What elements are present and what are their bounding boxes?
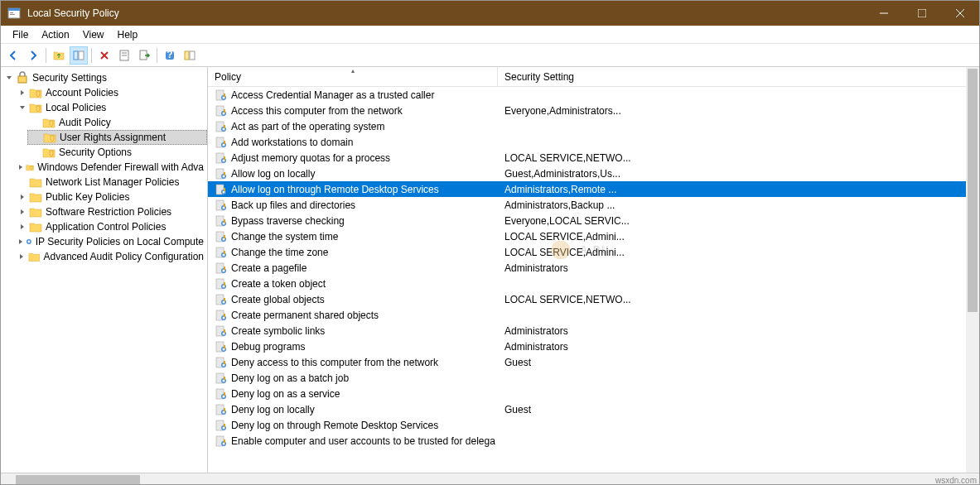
svg-rect-94 — [224, 361, 225, 364]
tree-toggle[interactable] — [17, 192, 27, 202]
list-row[interactable]: Deny log on as a service — [208, 386, 979, 401]
tree-toggle[interactable] — [17, 103, 27, 113]
tree-item[interactable]: Local Policies — [14, 100, 207, 115]
tree-item[interactable]: Software Restriction Policies — [14, 204, 207, 219]
ipsec-icon — [26, 235, 32, 248]
scrollbar-thumb[interactable] — [16, 475, 140, 485]
tree-item[interactable]: Public Key Policies — [14, 190, 207, 204]
list-row[interactable]: Debug programs Administrators — [208, 339, 979, 354]
tree-pane[interactable]: Security Settings Account Policies Local… — [1, 67, 208, 473]
policy-icon — [215, 403, 228, 416]
list-row[interactable]: Create a token object — [208, 276, 979, 291]
security-setting-value: Administrators — [504, 325, 568, 337]
column-header-policy[interactable]: ▴ Policy — [208, 67, 498, 86]
policy-name: Access Credential Manager as a trusted c… — [231, 89, 434, 101]
menu-file[interactable]: File — [6, 27, 35, 42]
scrollbar-thumb[interactable] — [968, 69, 978, 312]
list-row[interactable]: Create a pagefile Administrators — [208, 260, 979, 276]
list-row[interactable]: Change the time zone LOCAL SERVICE,Admin… — [208, 244, 979, 260]
list-row[interactable]: Allow log on through Remote Desktop Serv… — [208, 181, 979, 197]
list-pane[interactable]: ▴ Policy Security Setting Access Credent… — [208, 67, 979, 473]
list-row[interactable]: Allow log on locally Guest,Administrator… — [208, 166, 979, 181]
list-row[interactable]: Create permanent shared objects — [208, 307, 979, 323]
tree-toggle[interactable] — [17, 207, 27, 217]
list-row[interactable]: Deny access to this computer from the ne… — [208, 354, 979, 370]
list-row[interactable]: Access this computer from the network Ev… — [208, 103, 979, 118]
forward-button[interactable] — [24, 46, 42, 65]
security-setting-value: Everyone,LOCAL SERVIC... — [504, 215, 630, 227]
tree-item[interactable]: Audit Policy — [27, 115, 207, 130]
list-row[interactable]: Deny log on as a batch job — [208, 370, 979, 386]
list-row[interactable]: Act as part of the operating system — [208, 118, 979, 134]
tree-toggle[interactable] — [4, 73, 14, 83]
policy-icon — [215, 340, 228, 353]
properties-button[interactable] — [115, 46, 133, 65]
svg-rect-50 — [224, 188, 225, 191]
show-hide-tree-button[interactable] — [70, 46, 88, 65]
toolbar: ? — [1, 44, 979, 67]
policy-name: Create symbolic links — [231, 325, 325, 337]
policy-name: Deny log on as a service — [231, 388, 340, 400]
menu-action[interactable]: Action — [35, 27, 75, 42]
list-row[interactable]: Deny log on locally Guest — [208, 401, 979, 417]
svg-rect-82 — [224, 314, 225, 317]
app-icon — [7, 7, 21, 20]
minimize-button[interactable] — [865, 1, 903, 26]
list-row[interactable]: Create symbolic links Administrators — [208, 323, 979, 339]
tree-item[interactable]: Account Policies — [14, 85, 207, 100]
folder-icon — [28, 250, 41, 263]
tree-toggle[interactable] — [17, 252, 27, 262]
svg-rect-30 — [224, 109, 225, 113]
policy-name: Create a pagefile — [231, 262, 307, 274]
svg-rect-3 — [10, 14, 15, 15]
list-row[interactable]: Change the system time LOCAL SERVICE,Adm… — [208, 228, 979, 244]
delete-button[interactable] — [95, 46, 113, 65]
menu-bar: File Action View Help — [1, 26, 979, 44]
help-button[interactable]: ? — [161, 46, 179, 65]
list-row[interactable]: Add workstations to domain — [208, 134, 979, 150]
folder-icon — [29, 220, 42, 233]
list-row[interactable]: Adjust memory quotas for a process LOCAL… — [208, 150, 979, 166]
policy-name: Enable computer and user accounts to be … — [231, 435, 495, 447]
svg-rect-90 — [224, 345, 225, 348]
maximize-button[interactable] — [903, 1, 941, 26]
security-setting-value: LOCAL SERVICE,Admini... — [504, 247, 625, 258]
list-row[interactable]: Bypass traverse checking Everyone,LOCAL … — [208, 213, 979, 228]
menu-view[interactable]: View — [76, 27, 111, 42]
export-button[interactable] — [135, 46, 153, 65]
tree-item[interactable]: Application Control Policies — [14, 219, 207, 234]
list-row[interactable]: Deny log on through Remote Desktop Servi… — [208, 417, 979, 433]
tree-item[interactable]: User Rights Assignment — [27, 130, 207, 145]
tree-item[interactable]: Windows Defender Firewall with Adva — [14, 160, 207, 175]
tree-item-label: Security Options — [59, 146, 132, 158]
tree-toggle[interactable] — [17, 237, 24, 247]
list-row[interactable]: Create global objects LOCAL SERVICE,NETW… — [208, 291, 979, 307]
back-button[interactable] — [4, 46, 22, 65]
list-row[interactable]: Enable computer and user accounts to be … — [208, 433, 979, 449]
policy-icon — [215, 167, 228, 180]
svg-text:?: ? — [167, 49, 172, 60]
list-row[interactable]: Access Credential Manager as a trusted c… — [208, 87, 979, 103]
tree-item[interactable]: Security Settings — [1, 70, 207, 85]
tree-toggle[interactable] — [17, 162, 24, 172]
tree-toggle[interactable] — [17, 222, 27, 232]
tree-item[interactable]: Security Options — [27, 145, 207, 160]
svg-rect-46 — [224, 172, 225, 175]
svg-rect-9 — [79, 51, 84, 60]
column-header-setting[interactable]: Security Setting — [498, 67, 979, 86]
tree-item[interactable]: IP Security Policies on Local Compute — [14, 234, 207, 249]
list-row[interactable]: Back up files and directories Administra… — [208, 197, 979, 213]
policy-name: Deny log on locally — [231, 404, 315, 415]
up-button[interactable] — [50, 46, 68, 65]
tree-toggle[interactable] — [17, 88, 27, 98]
refresh-button[interactable] — [181, 46, 199, 65]
policy-icon — [215, 151, 228, 165]
tree-item[interactable]: Advanced Audit Policy Configuration — [14, 249, 207, 264]
tree-horizontal-scrollbar[interactable] — [1, 473, 208, 485]
sort-indicator-icon: ▴ — [351, 67, 355, 74]
vertical-scrollbar[interactable] — [966, 67, 979, 473]
menu-help[interactable]: Help — [111, 27, 145, 42]
tree-item[interactable]: Network List Manager Policies — [14, 175, 207, 190]
close-button[interactable] — [941, 1, 979, 26]
policy-icon — [215, 435, 228, 448]
